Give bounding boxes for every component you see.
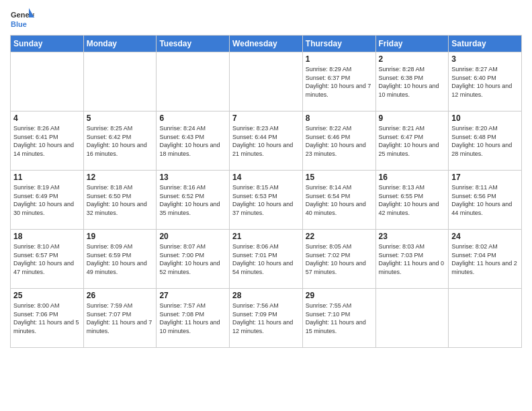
calendar-cell: 13Sunrise: 8:16 AM Sunset: 6:52 PM Dayli… [157, 171, 230, 230]
day-info: Sunrise: 8:11 AM Sunset: 6:56 PM Dayligh… [451, 183, 519, 217]
calendar-cell: 9Sunrise: 8:21 AM Sunset: 6:47 PM Daylig… [375, 111, 449, 171]
calendar-cell: 8Sunrise: 8:22 AM Sunset: 6:46 PM Daylig… [302, 111, 375, 171]
calendar-cell: 26Sunrise: 7:59 AM Sunset: 7:07 PM Dayli… [83, 289, 157, 348]
day-info: Sunrise: 8:05 AM Sunset: 7:02 PM Dayligh… [306, 242, 373, 276]
calendar-table: Sunday Monday Tuesday Wednesday Thursday… [10, 35, 522, 348]
day-info: Sunrise: 8:29 AM Sunset: 6:37 PM Dayligh… [306, 65, 373, 99]
col-monday: Monday [83, 36, 157, 52]
day-number: 17 [451, 173, 519, 182]
day-number: 13 [159, 173, 226, 182]
calendar-cell: 23Sunrise: 8:03 AM Sunset: 7:03 PM Dayli… [375, 230, 449, 289]
day-info: Sunrise: 8:18 AM Sunset: 6:50 PM Dayligh… [87, 183, 154, 217]
day-info: Sunrise: 7:59 AM Sunset: 7:07 PM Dayligh… [87, 302, 154, 335]
day-number: 21 [232, 232, 300, 241]
day-number: 1 [306, 54, 373, 64]
day-number: 7 [232, 113, 300, 123]
calendar-cell [230, 52, 303, 111]
calendar-cell: 15Sunrise: 8:14 AM Sunset: 6:54 PM Dayli… [302, 171, 375, 230]
day-info: Sunrise: 8:03 AM Sunset: 7:03 PM Dayligh… [379, 242, 446, 276]
day-number: 2 [379, 54, 446, 64]
day-info: Sunrise: 8:06 AM Sunset: 7:01 PM Dayligh… [232, 242, 300, 276]
day-number: 4 [13, 113, 81, 123]
calendar-cell: 12Sunrise: 8:18 AM Sunset: 6:50 PM Dayli… [83, 171, 157, 230]
calendar-cell: 3Sunrise: 8:27 AM Sunset: 6:40 PM Daylig… [449, 52, 522, 111]
day-info: Sunrise: 8:19 AM Sunset: 6:49 PM Dayligh… [13, 183, 81, 217]
calendar-cell [375, 289, 449, 348]
day-info: Sunrise: 8:00 AM Sunset: 7:06 PM Dayligh… [13, 302, 81, 335]
calendar-cell: 29Sunrise: 7:55 AM Sunset: 7:10 PM Dayli… [302, 289, 375, 348]
calendar-cell: 22Sunrise: 8:05 AM Sunset: 7:02 PM Dayli… [302, 230, 375, 289]
day-number: 20 [159, 232, 226, 241]
calendar-cell: 24Sunrise: 8:02 AM Sunset: 7:04 PM Dayli… [449, 230, 522, 289]
day-number: 16 [379, 173, 446, 182]
week-row-1: 1Sunrise: 8:29 AM Sunset: 6:37 PM Daylig… [11, 52, 522, 111]
week-row-4: 18Sunrise: 8:10 AM Sunset: 6:57 PM Dayli… [11, 230, 522, 289]
calendar-cell: 14Sunrise: 8:15 AM Sunset: 6:53 PM Dayli… [230, 171, 303, 230]
calendar-cell: 2Sunrise: 8:28 AM Sunset: 6:38 PM Daylig… [375, 52, 449, 111]
day-number: 19 [87, 232, 154, 241]
day-info: Sunrise: 8:15 AM Sunset: 6:53 PM Dayligh… [232, 183, 300, 217]
day-number: 24 [451, 232, 519, 241]
calendar-cell: 19Sunrise: 8:09 AM Sunset: 6:59 PM Dayli… [83, 230, 157, 289]
calendar-cell: 20Sunrise: 8:07 AM Sunset: 7:00 PM Dayli… [157, 230, 230, 289]
day-number: 5 [87, 113, 154, 123]
calendar-cell: 6Sunrise: 8:24 AM Sunset: 6:43 PM Daylig… [157, 111, 230, 171]
day-number: 11 [13, 173, 81, 182]
day-info: Sunrise: 8:23 AM Sunset: 6:44 PM Dayligh… [232, 124, 300, 158]
day-number: 3 [451, 54, 519, 64]
day-info: Sunrise: 8:09 AM Sunset: 6:59 PM Dayligh… [87, 242, 154, 276]
calendar-cell: 11Sunrise: 8:19 AM Sunset: 6:49 PM Dayli… [11, 171, 84, 230]
calendar-cell: 4Sunrise: 8:26 AM Sunset: 6:41 PM Daylig… [11, 111, 84, 171]
day-number: 29 [306, 291, 373, 300]
col-wednesday: Wednesday [230, 36, 303, 52]
day-number: 12 [87, 173, 154, 182]
calendar-cell: 21Sunrise: 8:06 AM Sunset: 7:01 PM Dayli… [230, 230, 303, 289]
calendar-header-row: Sunday Monday Tuesday Wednesday Thursday… [11, 36, 522, 52]
week-row-3: 11Sunrise: 8:19 AM Sunset: 6:49 PM Dayli… [11, 171, 522, 230]
day-info: Sunrise: 8:28 AM Sunset: 6:38 PM Dayligh… [379, 65, 446, 99]
calendar-cell: 16Sunrise: 8:13 AM Sunset: 6:55 PM Dayli… [375, 171, 449, 230]
calendar-cell: 28Sunrise: 7:56 AM Sunset: 7:09 PM Dayli… [230, 289, 303, 348]
col-thursday: Thursday [302, 36, 375, 52]
day-number: 6 [159, 113, 226, 123]
day-number: 8 [306, 113, 373, 123]
day-number: 25 [13, 291, 81, 300]
calendar-cell: 7Sunrise: 8:23 AM Sunset: 6:44 PM Daylig… [230, 111, 303, 171]
calendar-cell: 18Sunrise: 8:10 AM Sunset: 6:57 PM Dayli… [11, 230, 84, 289]
generalblue-logo-icon: General Blue [10, 7, 34, 31]
calendar-cell: 27Sunrise: 7:57 AM Sunset: 7:08 PM Dayli… [157, 289, 230, 348]
day-number: 27 [159, 291, 226, 300]
calendar-cell [11, 52, 84, 111]
day-number: 26 [87, 291, 154, 300]
day-info: Sunrise: 8:07 AM Sunset: 7:00 PM Dayligh… [159, 242, 226, 276]
day-info: Sunrise: 7:55 AM Sunset: 7:10 PM Dayligh… [306, 302, 373, 335]
day-number: 14 [232, 173, 300, 182]
day-number: 15 [306, 173, 373, 182]
calendar-cell: 25Sunrise: 8:00 AM Sunset: 7:06 PM Dayli… [11, 289, 84, 348]
logo: General Blue [10, 7, 34, 31]
calendar-cell [449, 289, 522, 348]
day-info: Sunrise: 8:25 AM Sunset: 6:42 PM Dayligh… [87, 124, 154, 158]
day-info: Sunrise: 8:13 AM Sunset: 6:55 PM Dayligh… [379, 183, 446, 217]
day-info: Sunrise: 8:02 AM Sunset: 7:04 PM Dayligh… [451, 242, 519, 276]
day-info: Sunrise: 8:16 AM Sunset: 6:52 PM Dayligh… [159, 183, 226, 217]
day-info: Sunrise: 7:56 AM Sunset: 7:09 PM Dayligh… [232, 302, 300, 335]
calendar-cell [157, 52, 230, 111]
calendar-cell: 1Sunrise: 8:29 AM Sunset: 6:37 PM Daylig… [302, 52, 375, 111]
day-number: 10 [451, 113, 519, 123]
day-info: Sunrise: 8:26 AM Sunset: 6:41 PM Dayligh… [13, 124, 81, 158]
col-sunday: Sunday [11, 36, 84, 52]
day-info: Sunrise: 8:24 AM Sunset: 6:43 PM Dayligh… [159, 124, 226, 158]
week-row-2: 4Sunrise: 8:26 AM Sunset: 6:41 PM Daylig… [11, 111, 522, 171]
col-tuesday: Tuesday [157, 36, 230, 52]
day-info: Sunrise: 8:22 AM Sunset: 6:46 PM Dayligh… [306, 124, 373, 158]
col-friday: Friday [375, 36, 449, 52]
day-info: Sunrise: 8:10 AM Sunset: 6:57 PM Dayligh… [13, 242, 81, 276]
svg-text:Blue: Blue [11, 20, 27, 28]
day-info: Sunrise: 7:57 AM Sunset: 7:08 PM Dayligh… [159, 302, 226, 335]
day-number: 22 [306, 232, 373, 241]
day-info: Sunrise: 8:21 AM Sunset: 6:47 PM Dayligh… [379, 124, 446, 158]
calendar-cell [83, 52, 157, 111]
week-row-5: 25Sunrise: 8:00 AM Sunset: 7:06 PM Dayli… [11, 289, 522, 348]
day-info: Sunrise: 8:27 AM Sunset: 6:40 PM Dayligh… [451, 65, 519, 99]
